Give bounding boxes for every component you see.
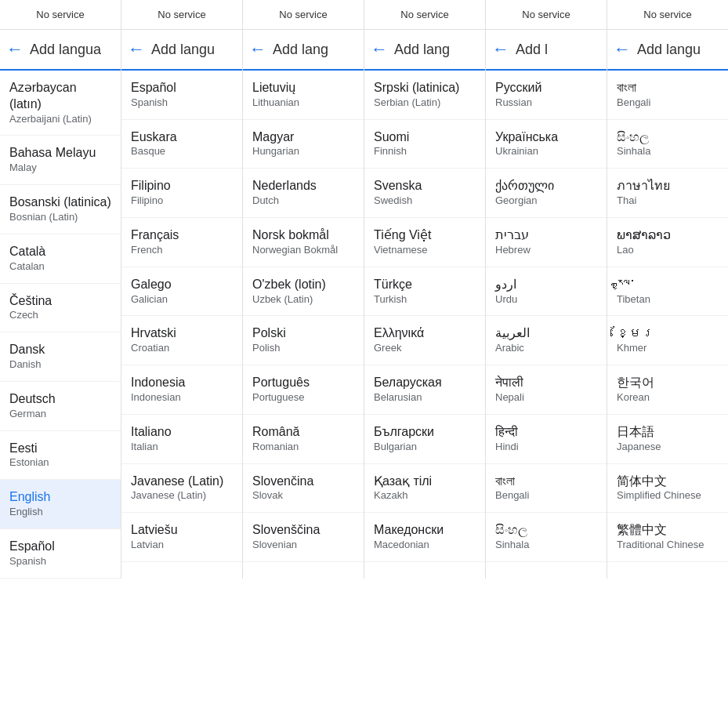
lang-english-1-5: Croatian xyxy=(131,342,233,355)
language-item-4-2[interactable]: ქართულიGeorgian xyxy=(486,169,607,218)
language-item-0-2[interactable]: Bosanski (latinica)Bosnian (Latin) xyxy=(0,185,121,234)
language-item-1-2[interactable]: FilipinoFilipino xyxy=(121,169,242,218)
back-button-5[interactable]: ← xyxy=(614,39,631,60)
language-item-2-2[interactable]: NederlandsDutch xyxy=(243,169,364,218)
language-item-0-4[interactable]: ČeštinaCzech xyxy=(0,284,121,333)
language-item-5-2[interactable]: ภาษาไทยThai xyxy=(607,169,728,218)
language-item-2-3[interactable]: Norsk bokmålNorwegian Bokmål xyxy=(243,218,364,267)
language-item-1-1[interactable]: EuskaraBasque xyxy=(121,120,242,169)
lang-native-3-2: Svenska xyxy=(374,178,476,194)
status-bar: No serviceNo serviceNo serviceNo service… xyxy=(0,0,728,30)
language-item-3-1[interactable]: SuomiFinnish xyxy=(364,120,485,169)
lang-native-3-6: Беларуская xyxy=(374,375,476,391)
language-item-3-6[interactable]: БеларускаяBelarusian xyxy=(364,365,485,415)
language-item-3-5[interactable]: ΕλληνικάGreek xyxy=(364,316,485,365)
language-item-3-2[interactable]: SvenskaSwedish xyxy=(364,169,485,218)
language-item-5-0[interactable]: বাংলাBengali xyxy=(607,71,728,120)
lang-english-5-5: Khmer xyxy=(617,342,719,355)
language-item-0-3[interactable]: CatalàCatalan xyxy=(0,234,121,284)
lang-english-1-4: Galician xyxy=(131,293,233,307)
lang-english-2-6: Portuguese xyxy=(252,391,354,405)
language-item-2-0[interactable]: LietuviųLithuanian xyxy=(243,71,364,120)
language-item-1-3[interactable]: FrançaisFrench xyxy=(121,218,242,267)
lang-native-0-0: Azərbaycan (latın) xyxy=(9,80,111,113)
back-button-0[interactable]: ← xyxy=(6,39,24,60)
language-item-5-5[interactable]: ខ្មែរKhmer xyxy=(607,316,728,365)
language-item-0-9[interactable]: EspañolSpanish xyxy=(0,529,121,579)
language-item-2-5[interactable]: PolskiPolish xyxy=(243,316,364,365)
language-item-0-5[interactable]: DanskDanish xyxy=(0,332,121,382)
language-item-4-1[interactable]: УкраїнськаUkrainian xyxy=(486,120,607,169)
lang-native-1-1: Euskara xyxy=(131,129,233,146)
language-item-1-9[interactable]: LatviešuLatvian xyxy=(121,513,242,562)
language-item-5-4[interactable]: རྒྱལ་Tibetan xyxy=(607,267,728,317)
language-item-1-6[interactable]: IndonesiaIndonesian xyxy=(121,365,242,415)
language-item-1-5[interactable]: HrvatskiCroatian xyxy=(121,316,242,365)
language-item-2-4[interactable]: O'zbek (lotin)Uzbek (Latin) xyxy=(243,267,364,317)
language-item-5-3[interactable]: ພາສາລາວLao xyxy=(607,218,728,267)
language-item-3-0[interactable]: Srpski (latinica)Serbian (Latin) xyxy=(364,71,485,120)
lang-english-3-5: Greek xyxy=(374,342,476,355)
language-item-2-1[interactable]: MagyarHungarian xyxy=(243,120,364,169)
language-item-1-4[interactable]: GalegoGalician xyxy=(121,267,242,317)
language-item-4-3[interactable]: עבריתHebrew xyxy=(486,218,607,267)
status-segment-2: No service xyxy=(243,0,364,29)
back-button-4[interactable]: ← xyxy=(492,39,509,60)
language-item-3-4[interactable]: TürkçeTurkish xyxy=(364,267,485,317)
lang-native-4-2: ქართული xyxy=(495,178,597,194)
lang-native-3-8: Қазақ тілі xyxy=(374,474,476,490)
panel-header-3: ←Add lang xyxy=(364,30,485,71)
lang-native-5-7: 日本語 xyxy=(617,424,719,441)
lang-english-5-0: Bengali xyxy=(617,96,719,110)
lang-native-1-2: Filipino xyxy=(131,178,233,194)
language-item-0-6[interactable]: DeutschGerman xyxy=(0,382,121,431)
language-item-3-3[interactable]: Tiếng ViệtVietnamese xyxy=(364,218,485,267)
language-item-1-8[interactable]: Javanese (Latin)Javanese (Latin) xyxy=(121,464,242,514)
back-button-1[interactable]: ← xyxy=(128,39,145,60)
language-item-0-7[interactable]: EestiEstonian xyxy=(0,431,121,481)
panel-title-5: Add langu xyxy=(637,42,701,58)
language-item-5-8[interactable]: 简体中文Simplified Chinese xyxy=(607,464,728,514)
back-button-3[interactable]: ← xyxy=(371,39,388,60)
language-item-2-9[interactable]: SlovenščinaSlovenian xyxy=(243,513,364,562)
lang-native-1-7: Italiano xyxy=(131,424,233,441)
panel-3: ←Add langSrpski (latinica)Serbian (Latin… xyxy=(364,30,486,579)
language-item-2-6[interactable]: PortuguêsPortuguese xyxy=(243,365,364,415)
lang-english-4-2: Georgian xyxy=(495,194,597,208)
language-item-3-7[interactable]: БългарскиBulgarian xyxy=(364,415,485,464)
lang-english-3-1: Finnish xyxy=(374,145,476,158)
language-item-4-8[interactable]: বাংলাBengali xyxy=(486,464,607,514)
language-item-1-0[interactable]: EspañolSpanish xyxy=(121,71,242,120)
language-item-3-9[interactable]: МакедонскиMacedonian xyxy=(364,513,485,562)
lang-english-5-6: Korean xyxy=(617,391,719,405)
lang-native-0-5: Dansk xyxy=(9,342,111,358)
lang-english-0-2: Bosnian (Latin) xyxy=(9,211,111,224)
back-button-2[interactable]: ← xyxy=(249,39,266,60)
language-item-1-7[interactable]: ItalianoItalian xyxy=(121,415,242,464)
status-segment-5: No service xyxy=(607,0,728,29)
language-item-4-5[interactable]: العربيةArabic xyxy=(486,316,607,365)
language-item-3-8[interactable]: Қазақ тіліKazakh xyxy=(364,464,485,514)
language-item-4-4[interactable]: اردوUrdu xyxy=(486,267,607,317)
lang-english-4-4: Urdu xyxy=(495,293,597,307)
language-item-4-7[interactable]: हिन्दीHindi xyxy=(486,415,607,464)
language-item-2-7[interactable]: RomânăRomanian xyxy=(243,415,364,464)
lang-english-2-9: Slovenian xyxy=(252,539,354,552)
lang-english-3-3: Vietnamese xyxy=(374,244,476,257)
lang-native-2-6: Português xyxy=(252,375,354,391)
language-item-0-0[interactable]: Azərbaycan (latın)Azerbaijani (Latin) xyxy=(0,71,121,136)
language-item-5-9[interactable]: 繁體中文Traditional Chinese xyxy=(607,513,728,562)
language-item-2-8[interactable]: SlovenčinaSlovak xyxy=(243,464,364,514)
language-item-5-1[interactable]: සිංහලSinhala xyxy=(607,120,728,169)
language-item-0-8[interactable]: EnglishEnglish xyxy=(0,480,121,529)
language-item-4-9[interactable]: සිංහලSinhala xyxy=(486,513,607,562)
language-item-5-7[interactable]: 日本語Japanese xyxy=(607,415,728,464)
language-item-4-0[interactable]: РусскийRussian xyxy=(486,71,607,120)
lang-english-1-9: Latvian xyxy=(131,539,233,552)
lang-native-3-7: Български xyxy=(374,424,476,441)
lang-english-5-8: Simplified Chinese xyxy=(617,489,719,503)
language-item-0-1[interactable]: Bahasa MelayuMalay xyxy=(0,136,121,185)
language-item-5-6[interactable]: 한국어Korean xyxy=(607,365,728,415)
language-item-4-6[interactable]: नेपालीNepali xyxy=(486,365,607,415)
panel-title-3: Add lang xyxy=(394,42,450,58)
